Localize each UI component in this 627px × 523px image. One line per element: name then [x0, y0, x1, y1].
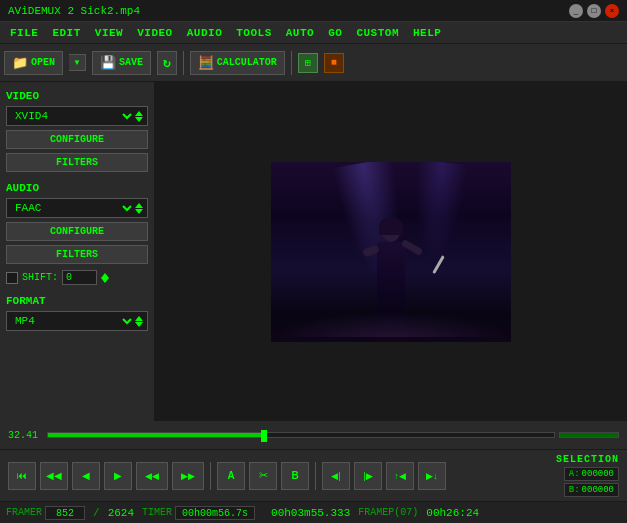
- square-btn-2[interactable]: ■: [324, 53, 344, 73]
- seekbar-time-left: 32.41: [8, 430, 43, 441]
- menu-tools[interactable]: TOOLS: [230, 25, 278, 41]
- title-bar: AViDEMUX 2 Sick2.mp4 _ □ ×: [0, 0, 627, 22]
- seekbar-right-bar: [559, 432, 619, 438]
- square-btn-1[interactable]: ⊞: [298, 53, 318, 73]
- close-button[interactable]: ×: [605, 4, 619, 18]
- time-value: 00h00m56.7s: [175, 506, 255, 520]
- open-dropdown-button[interactable]: ▼: [69, 54, 86, 71]
- shift-input[interactable]: [62, 270, 97, 285]
- menu-view[interactable]: VIEw: [89, 25, 129, 41]
- separator-2: [291, 51, 292, 75]
- framep-label: FRAMEp(07): [358, 507, 418, 518]
- audio-codec-select[interactable]: FAAC MP3 AC3 COPY: [11, 201, 135, 215]
- menu-edit[interactable]: EDIt: [46, 25, 86, 41]
- seekbar-track[interactable]: [47, 432, 555, 438]
- seekbar-fill: [48, 433, 261, 437]
- next-keyframe-icon: |▶: [363, 471, 372, 481]
- reload-icon: ↻: [163, 55, 171, 71]
- frame-back-icon: ◀◀: [46, 470, 62, 481]
- arrow-up-icon2: [135, 203, 143, 208]
- video-configure-button[interactable]: CONFIGURE: [6, 130, 148, 149]
- frame-slash: /: [93, 507, 100, 519]
- shift-checkbox[interactable]: [6, 272, 18, 284]
- shift-down-icon[interactable]: [101, 278, 109, 283]
- arrow-up-icon: [135, 111, 143, 116]
- video-filters-button[interactable]: FILTERS: [6, 153, 148, 172]
- minimize-button[interactable]: _: [569, 4, 583, 18]
- audio-section-label: AUDIO: [6, 182, 148, 194]
- arrow-down-icon2: [135, 209, 143, 214]
- time-label: TIMEr: [142, 507, 172, 518]
- selection-a-value: 000000: [582, 469, 614, 479]
- controls-area: ⏮ ◀◀ ◀ ▶ ◀◀ ▶▶ A ✂ B ◀| |▶ ↑: [0, 449, 627, 501]
- cut-button[interactable]: ✂: [249, 462, 277, 490]
- step-forward-button[interactable]: ▶: [104, 462, 132, 490]
- seekbar-thumb[interactable]: [261, 430, 267, 442]
- total-frames: 2624: [108, 507, 134, 519]
- arrow-up-icon3: [135, 316, 143, 321]
- play-begin-button[interactable]: ⏮: [8, 462, 36, 490]
- next-keyframe-button[interactable]: |▶: [354, 462, 382, 490]
- shift-row: SHIFT:: [6, 270, 148, 285]
- menu-audio[interactable]: AUDIO: [181, 25, 229, 41]
- shift-label: SHIFT:: [22, 272, 58, 283]
- frame-label: FRAMEr: [6, 507, 42, 518]
- fast-rewind-button[interactable]: ◀◀: [136, 462, 168, 490]
- video-preview: [271, 162, 511, 342]
- format-select-row[interactable]: MP4 AVI MKV OGM: [6, 311, 148, 331]
- prev-keyframe-icon: ◀|: [331, 471, 340, 481]
- menu-auto[interactable]: AUTO: [280, 25, 320, 41]
- prev-black-button[interactable]: ↑◀: [386, 462, 414, 490]
- performer-arm-left: [362, 244, 380, 257]
- scissors-icon: ✂: [259, 469, 268, 482]
- performer-arm-right: [401, 238, 424, 255]
- mark-b-button[interactable]: B: [281, 462, 309, 490]
- seekbar-area: 32.41: [0, 421, 627, 449]
- reload-button[interactable]: ↻: [157, 51, 177, 75]
- shift-spin: [101, 273, 109, 283]
- selection-b-box: B: 000000: [564, 483, 619, 497]
- menu-custom[interactable]: CUSTOM: [350, 25, 405, 41]
- save-icon: 💾: [100, 55, 116, 71]
- audio-configure-button[interactable]: CONFIGURE: [6, 222, 148, 241]
- selection-panel: SELECTION A: 000000 B: 000000: [556, 454, 619, 497]
- menu-file[interactable]: File: [4, 25, 44, 41]
- fast-rewind-icon: ◀◀: [145, 471, 159, 481]
- step-back-icon: ◀: [82, 470, 90, 481]
- grid-icon: ⊞: [305, 57, 311, 69]
- menu-go[interactable]: GO: [322, 25, 348, 41]
- video-codec-select-row[interactable]: XVID4 MPEG4 X264 COPY: [6, 106, 148, 126]
- format-select[interactable]: MP4 AVI MKV OGM: [11, 314, 135, 328]
- step-back-button[interactable]: ◀: [72, 462, 100, 490]
- prev-keyframe-button[interactable]: ◀|: [322, 462, 350, 490]
- selection-b-value: 000000: [582, 485, 614, 495]
- framep-value: 00h26:24: [426, 507, 479, 519]
- menu-video[interactable]: VIDEO: [131, 25, 179, 41]
- frame-field: FRAMEr 852: [6, 506, 85, 520]
- prev-black-icon: ↑◀: [394, 471, 406, 481]
- ctrl-sep-2: [315, 462, 316, 490]
- calculator-button[interactable]: 🧮 CALCULATOR: [190, 51, 285, 75]
- smoke-effect: [271, 312, 511, 337]
- menu-bar: File EDIt VIEw VIDEO AUDIO TOOLS AUTO GO…: [0, 22, 627, 44]
- selection-b-label: B:: [569, 485, 580, 495]
- video-codec-select[interactable]: XVID4 MPEG4 X264 COPY: [11, 109, 135, 123]
- title-text: AViDEMUX 2 Sick2.mp4: [8, 5, 140, 17]
- open-button[interactable]: 📁 OPEN: [4, 51, 63, 75]
- menu-help[interactable]: HELP: [407, 25, 447, 41]
- framep-field: FRAMEp(07): [358, 507, 418, 518]
- mark-a-button[interactable]: A: [217, 462, 245, 490]
- video-section-label: VIDEO: [6, 90, 148, 102]
- frame-back-button[interactable]: ◀◀: [40, 462, 68, 490]
- next-black-button[interactable]: ▶↓: [418, 462, 446, 490]
- step-forward-icon: ▶: [114, 470, 122, 481]
- fast-forward-button[interactable]: ▶▶: [172, 462, 204, 490]
- total-time: 00h03m55.333: [271, 507, 350, 519]
- audio-codec-select-row[interactable]: FAAC MP3 AC3 COPY: [6, 198, 148, 218]
- next-black-icon: ▶↓: [426, 471, 438, 481]
- performer-body: [377, 242, 405, 292]
- maximize-button[interactable]: □: [587, 4, 601, 18]
- toolbar: 📁 OPEN ▼ 💾 SAVE ↻ 🧮 CALCULATOR ⊞ ■: [0, 44, 627, 82]
- audio-filters-button[interactable]: FILTERS: [6, 245, 148, 264]
- save-button[interactable]: 💾 SAVE: [92, 51, 151, 75]
